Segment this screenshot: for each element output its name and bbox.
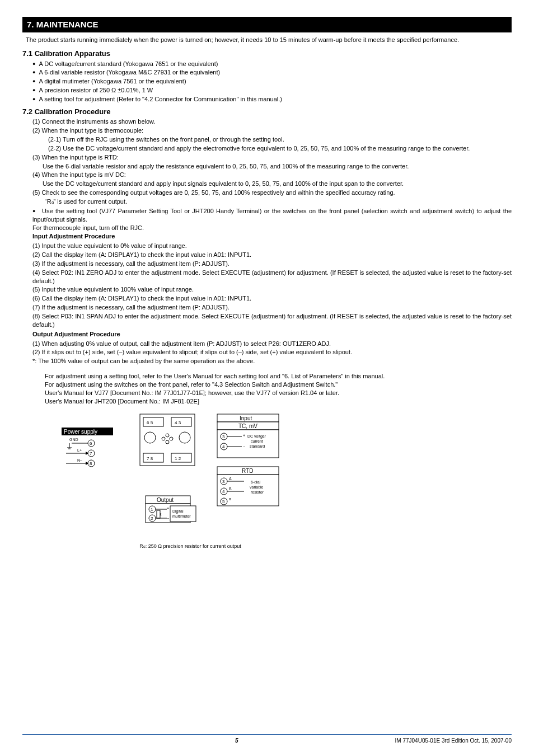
wiring-diagram: .bx{fill:#fff;stroke:#000;stroke-width:1… — [62, 411, 512, 550]
label-l: L+ — [77, 448, 82, 452]
list-item: (1) Input the value equivalent to 0% val… — [32, 242, 512, 250]
svg-text:2: 2 — [151, 516, 153, 521]
list-item: (4) When the input type is mV DC: — [32, 171, 512, 179]
list-item: (3) If the adjustment is necessary, call… — [32, 260, 512, 268]
heading-7-1: 7.1 Calibration Apparatus — [22, 49, 512, 59]
note-line: User's Manual for VJ77 [Document No.: IM… — [45, 389, 512, 397]
text: For thermocouple input, turn off the RJC… — [32, 224, 144, 231]
label-digital: Digital — [172, 509, 184, 514]
output-adjust-list: (1) When adjusting 0% value of output, c… — [22, 340, 512, 366]
svg-text:+: + — [243, 434, 245, 438]
list-sub-item: (2-2) Use the DC voltage/current standar… — [32, 144, 512, 153]
note-line: For adjustment using a setting tool, ref… — [45, 372, 512, 381]
list-item: (1) When adjusting 0% value of output, c… — [32, 340, 512, 348]
list-item: (2) When the input type is thermocouple: — [32, 126, 512, 135]
svg-text:8: 8 — [90, 461, 92, 466]
label-n: N– — [77, 458, 82, 462]
list-item: (5) Input the value equivalent to 100% v… — [32, 285, 512, 294]
list-item: (6) Call the display item (A: DISPLAY1) … — [32, 294, 512, 303]
list-item: (5) Check to see the corresponding outpu… — [32, 189, 512, 197]
svg-text:4: 4 — [222, 444, 225, 449]
output-adjust-heading: Output Adjustment Procedure — [32, 330, 512, 339]
list-item: (2) If it slips out to (+) side, set (–)… — [32, 348, 512, 356]
svg-point-21 — [170, 437, 173, 440]
list-sub-item: (2-1) Turn off the RJC using the switche… — [32, 135, 512, 144]
list-sub-item: “R₀” is used for current output. — [32, 198, 512, 206]
list-item: A digital mutimeter (Yokogawa 7561 or th… — [32, 77, 512, 86]
svg-text:−: − — [167, 516, 169, 520]
label-output: Output — [157, 497, 174, 503]
list-item: (7) If the adjustment is necessary, call… — [32, 303, 512, 312]
svg-text:1 2: 1 2 — [175, 456, 181, 461]
list-item: (8) Select P03: IN1 SPAN ADJ to enter th… — [32, 312, 512, 329]
procedure-list: (1) Connect the instruments as shown bel… — [22, 118, 512, 205]
diagram-caption: R₀: 250 Ω precision resistor for current… — [118, 543, 263, 550]
svg-point-19 — [166, 434, 169, 437]
svg-text:+: + — [167, 506, 169, 510]
list-item: A precision resistor of 250 Ω ±0.01%, 1 … — [32, 86, 512, 95]
intro-paragraph: The product starts running immediately w… — [26, 36, 508, 44]
setting-tool-note: Use the setting tool (VJ77 Parameter Set… — [32, 207, 512, 232]
svg-point-23 — [179, 432, 190, 443]
list-item: (4) Select P02: IN1 ZERO ADJ to enter th… — [32, 269, 512, 285]
heading-7-2: 7.2 Calibration Procedure — [22, 107, 512, 117]
list-item: A setting tool for adjustment (Refer to … — [32, 95, 512, 104]
list-item: (1) Connect the instruments as shown bel… — [32, 118, 512, 126]
note-line: User's Manual for JHT200 [Document No.: … — [45, 397, 512, 406]
svg-text:6 5: 6 5 — [147, 420, 153, 425]
svg-text:a: a — [229, 497, 231, 501]
apparatus-list: A DC voltage/current standard (Yokogawa … — [32, 60, 512, 104]
svg-text:multimeter: multimeter — [172, 514, 191, 518]
label-tcmv: TC, mV — [238, 423, 257, 429]
list-sub-item: Use the 6-dial variable resistor and app… — [32, 162, 512, 171]
svg-text:4 3: 4 3 — [175, 420, 181, 425]
text: Use the setting tool (VJ77 Parameter Set… — [32, 208, 512, 223]
svg-text:B: B — [229, 487, 232, 491]
list-item: A DC voltage/current standard (Yokogawa … — [32, 60, 512, 68]
svg-text:3: 3 — [222, 479, 225, 484]
page-number: 5 — [78, 737, 395, 745]
input-adjust-heading: Input Adjustment Procedure — [32, 232, 512, 241]
label-rtd: RTD — [242, 468, 253, 474]
svg-rect-34 — [157, 510, 160, 518]
list-sub-item: Use the DC voltage/current standard and … — [32, 180, 512, 188]
list-item: Use the setting tool (VJ77 Parameter Set… — [32, 207, 512, 232]
label-gnd: GND — [69, 438, 78, 442]
doc-id: IM 77J04U05-01E 3rd Edition Oct. 15, 200… — [395, 737, 512, 745]
svg-text:DC voltge/: DC voltge/ — [247, 434, 266, 439]
svg-text:variable: variable — [250, 485, 264, 489]
svg-rect-39 — [170, 506, 196, 522]
svg-text:−: − — [243, 445, 245, 449]
svg-text:5: 5 — [222, 499, 225, 504]
list-item: *: The 100% value of output can be adjus… — [32, 357, 512, 365]
svg-text:7 8: 7 8 — [147, 456, 153, 461]
svg-point-22 — [166, 440, 169, 444]
svg-text:1: 1 — [151, 507, 153, 512]
label-input: Input — [240, 415, 252, 421]
svg-text:A: A — [229, 477, 232, 481]
section-header: 7. MAINTENANCE — [22, 17, 512, 32]
svg-point-20 — [162, 437, 165, 440]
page-footer: 5 IM 77J04U05-01E 3rd Edition Oct. 15, 2… — [22, 734, 512, 745]
svg-text:resistor: resistor — [251, 490, 264, 494]
notes-block: For adjustment using a setting tool, ref… — [45, 372, 512, 405]
svg-text:4: 4 — [222, 489, 225, 494]
note-line: For adjustment using the switches on the… — [45, 381, 512, 389]
list-item: (2) Call the display item (A: DISPLAY1) … — [32, 251, 512, 259]
list-item: A 6-dial variable resistor (Yokogawa M&C… — [32, 68, 512, 77]
svg-text:6-dial: 6-dial — [251, 480, 261, 484]
label-power-supply: Power supply — [64, 429, 97, 435]
svg-text:7: 7 — [90, 451, 92, 456]
svg-text:standard: standard — [250, 444, 265, 448]
svg-text:3: 3 — [222, 434, 225, 439]
svg-point-18 — [144, 432, 156, 443]
input-adjust-list: (1) Input the value equivalent to 0% val… — [22, 242, 512, 328]
svg-text:6: 6 — [90, 441, 92, 446]
list-item: (3) When the input type is RTD: — [32, 153, 512, 162]
svg-text:current: current — [251, 439, 263, 443]
